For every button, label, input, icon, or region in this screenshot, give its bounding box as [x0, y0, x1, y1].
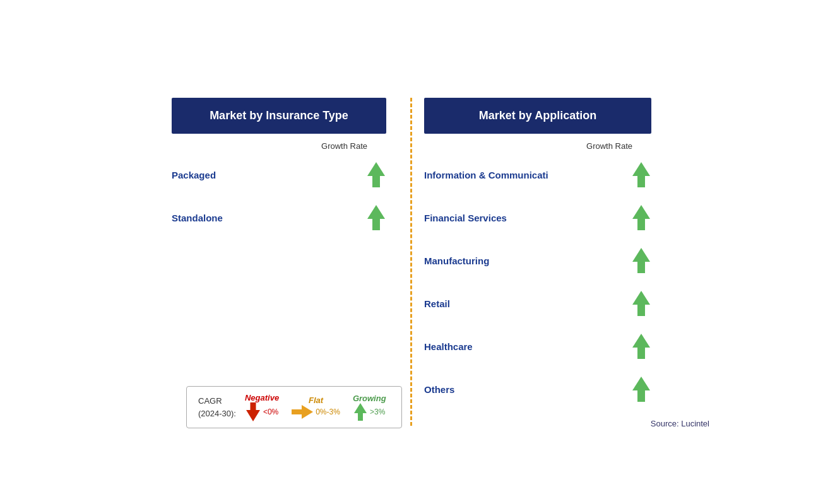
divider [410, 98, 412, 426]
negative-label: Negative [245, 393, 279, 402]
financial-services-label: Financial Services [424, 213, 507, 223]
up-arrow-icon [631, 291, 651, 316]
list-item: Manufacturing [424, 239, 651, 282]
legend-flat: Flat 0%-3% [292, 396, 340, 419]
flat-label: Flat [309, 396, 323, 405]
list-item: Financial Services [424, 196, 651, 239]
up-arrow-icon [366, 205, 386, 230]
legend-box: CAGR (2024-30): Negative <0% Flat 0%-3% … [186, 386, 402, 428]
legend-negative: Negative <0% [245, 393, 279, 421]
right-panel: Market by Application Growth Rate Inform… [424, 98, 651, 411]
right-panel-header: Market by Application [424, 98, 651, 134]
list-item: Information & Communicati [424, 153, 651, 196]
up-arrow-icon [631, 334, 651, 359]
up-arrow-small-icon [353, 403, 367, 421]
others-label: Others [424, 384, 454, 395]
list-item: Retail [424, 282, 651, 325]
legend-cagr-text: CAGR (2024-30): [198, 395, 236, 419]
list-item: Packaged [172, 153, 386, 196]
legend-growing: Growing >3% [353, 394, 386, 421]
up-arrow-icon [631, 377, 651, 402]
growing-label: Growing [353, 394, 386, 403]
right-arrow-icon [292, 405, 313, 419]
packaged-label: Packaged [172, 170, 216, 180]
manufacturing-label: Manufacturing [424, 255, 489, 266]
flat-sub: 0%-3% [316, 407, 340, 416]
left-growth-rate-label: Growth Rate [172, 141, 386, 151]
left-panel-header: Market by Insurance Type [172, 98, 386, 134]
source-text: Source: Lucintel [651, 419, 709, 428]
up-arrow-icon [631, 162, 651, 187]
info-comm-label: Information & Communicati [424, 170, 548, 180]
list-item: Standalone [172, 196, 386, 239]
standalone-label: Standalone [172, 213, 223, 223]
negative-sub: <0% [263, 407, 278, 416]
retail-label: Retail [424, 298, 450, 309]
healthcare-label: Healthcare [424, 341, 473, 352]
left-panel: Market by Insurance Type Growth Rate Pac… [172, 98, 386, 239]
up-arrow-icon [631, 248, 651, 273]
up-arrow-icon [631, 205, 651, 230]
list-item: Others [424, 368, 651, 411]
down-arrow-icon [246, 402, 261, 421]
right-growth-rate-label: Growth Rate [424, 141, 651, 151]
list-item: Healthcare [424, 325, 651, 368]
growing-sub: >3% [370, 407, 385, 416]
up-arrow-icon [366, 162, 386, 187]
